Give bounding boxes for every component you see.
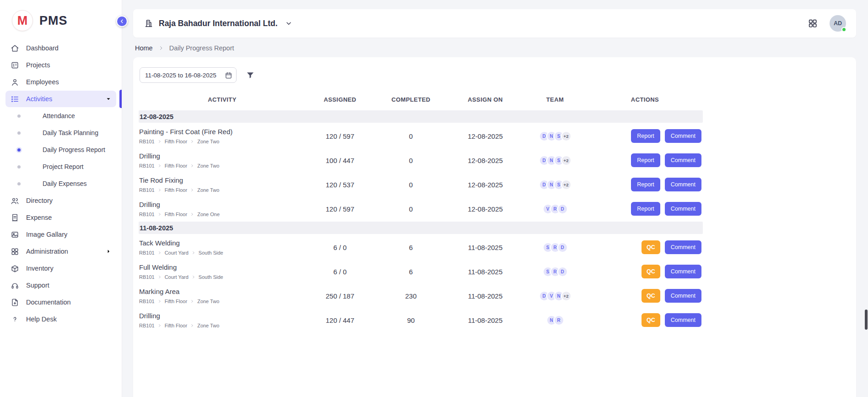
comment-button[interactable]: Comment: [665, 178, 701, 191]
comment-button[interactable]: Comment: [665, 289, 701, 303]
team-avatars[interactable]: N R: [523, 315, 587, 326]
sidebar-item-dashboard[interactable]: Dashboard: [5, 40, 116, 56]
sidebar-collapse-button[interactable]: [116, 16, 128, 27]
chevron-right-icon: [105, 248, 112, 255]
inventory-icon: [11, 264, 19, 273]
table-row: Tie Rod Fixing RB101 Fifth Floor Zone Tw…: [139, 172, 703, 196]
scrollbar-thumb[interactable]: [865, 310, 868, 330]
path-floor: Fifth Floor: [165, 323, 188, 328]
filter-funnel-icon[interactable]: [246, 71, 255, 80]
completed-value: 0: [374, 157, 447, 164]
sidebar-item-activities[interactable]: Activities: [5, 91, 116, 107]
breadcrumb-home[interactable]: Home: [135, 44, 153, 52]
col-header-assigned: ASSIGNED: [306, 96, 374, 103]
helpdesk-icon: [11, 315, 19, 324]
activity-title: Full Welding: [139, 263, 306, 271]
sidebar-subitem-daily-expenses[interactable]: Daily Expenses: [5, 175, 116, 192]
logo[interactable]: M PMS: [0, 0, 122, 39]
team-avatar: R: [554, 315, 564, 326]
team-avatars[interactable]: D V N +2: [523, 291, 587, 301]
report-button[interactable]: Report: [631, 153, 660, 167]
assigned-value: 120 / 537: [306, 181, 374, 189]
sidebar-item-projects[interactable]: Projects: [5, 57, 116, 73]
path-zone: Zone Two: [197, 187, 219, 193]
assigned-value: 100 / 447: [306, 157, 374, 164]
team-avatars[interactable]: S R D: [523, 242, 587, 253]
completed-value: 0: [374, 132, 447, 140]
comment-button[interactable]: Comment: [665, 265, 701, 278]
sidebar: M PMS Dashboard Projects Emplo: [0, 0, 122, 397]
team-avatars[interactable]: D N S +2: [523, 179, 587, 190]
sidebar-item-inventory[interactable]: Inventory: [5, 260, 116, 277]
sidebar-item-help-desk[interactable]: Help Desk: [5, 311, 116, 327]
chevron-right-icon: [190, 188, 194, 192]
sidebar-subitem-daily-task-planning[interactable]: Daily Task Planning: [5, 125, 116, 141]
directory-icon: [11, 196, 19, 205]
projects-icon: [11, 61, 19, 70]
sidebar-subitem-attendance[interactable]: Attendance: [5, 108, 116, 124]
assigned-value: 6 / 0: [306, 268, 374, 276]
qc-button[interactable]: QC: [642, 289, 660, 303]
team-avatars[interactable]: D N S +2: [523, 131, 587, 141]
chevron-left-icon: [119, 18, 125, 24]
completed-value: 90: [374, 316, 447, 324]
date-group-header: 12-08-2025: [139, 110, 703, 123]
path-project: RB101: [139, 163, 155, 169]
sidebar-subitem-project-report[interactable]: Project Report: [5, 158, 116, 175]
date-range-input[interactable]: [145, 72, 220, 79]
path-zone: South Side: [199, 274, 223, 280]
user-avatar[interactable]: AD: [830, 15, 846, 32]
comment-button[interactable]: Comment: [665, 153, 701, 167]
qc-button[interactable]: QC: [642, 240, 660, 254]
sidebar-subitem-daily-progress-report[interactable]: Daily Progress Report: [5, 141, 116, 158]
assigned-value: 120 / 447: [306, 316, 374, 324]
sidebar-item-employees[interactable]: Employees: [5, 74, 116, 90]
expense-icon: [11, 213, 19, 222]
qc-button[interactable]: QC: [642, 265, 660, 278]
sidebar-item-documentation[interactable]: Documentation: [5, 294, 116, 310]
team-avatar-more: +2: [561, 155, 571, 166]
path-floor: Fifth Floor: [165, 212, 188, 217]
employees-icon: [11, 78, 19, 87]
comment-button[interactable]: Comment: [665, 129, 701, 143]
comment-button[interactable]: Comment: [665, 202, 701, 216]
report-button[interactable]: Report: [631, 129, 660, 143]
team-avatars[interactable]: V R D: [523, 204, 587, 214]
filter-row: [139, 66, 851, 89]
chevron-right-icon: [190, 324, 194, 327]
assigned-value: 120 / 597: [306, 205, 374, 213]
sidebar-item-expense[interactable]: Expense: [5, 209, 116, 226]
path-floor: Fifth Floor: [165, 187, 188, 193]
home-icon: [11, 44, 19, 53]
comment-button[interactable]: Comment: [665, 240, 701, 254]
chevron-right-icon: [158, 324, 162, 327]
path-zone: Zone Two: [197, 299, 219, 304]
sidebar-item-support[interactable]: Support: [5, 277, 116, 294]
chevron-right-icon: [192, 275, 195, 279]
comment-button[interactable]: Comment: [665, 313, 701, 327]
bullet-icon-active: [17, 148, 21, 152]
table-row: Painting - First Coat (Fire Red) RB101 F…: [139, 124, 703, 148]
sidebar-item-image-gallary[interactable]: Image Gallary: [5, 226, 116, 243]
company-selector[interactable]: Raja Bahadur International Ltd.: [144, 19, 292, 28]
sidebar-item-label: Directory: [26, 197, 53, 204]
avatar-initials: AD: [834, 20, 842, 27]
col-header-assign-on: ASSIGN ON: [447, 96, 523, 103]
sidebar-item-label: Dashboard: [26, 44, 59, 52]
report-button[interactable]: Report: [631, 178, 660, 191]
table-row: Full Welding RB101 Court Yard South Side…: [139, 259, 703, 283]
apps-grid-icon[interactable]: [808, 18, 818, 28]
team-avatars[interactable]: D N S +2: [523, 155, 587, 166]
date-range-picker[interactable]: [140, 67, 237, 83]
path-project: RB101: [139, 212, 155, 217]
sidebar-item-label: Employees: [26, 78, 59, 86]
report-button[interactable]: Report: [631, 202, 660, 216]
sidebar-item-directory[interactable]: Directory: [5, 192, 116, 209]
qc-button[interactable]: QC: [642, 313, 660, 327]
breadcrumb-current: Daily Progress Report: [169, 44, 234, 52]
team-avatars[interactable]: S R D: [523, 266, 587, 277]
col-header-team: TEAM: [523, 96, 587, 103]
chevron-right-icon: [158, 299, 162, 303]
path-zone: Zone One: [197, 212, 220, 217]
sidebar-item-administration[interactable]: Administration: [5, 243, 116, 260]
